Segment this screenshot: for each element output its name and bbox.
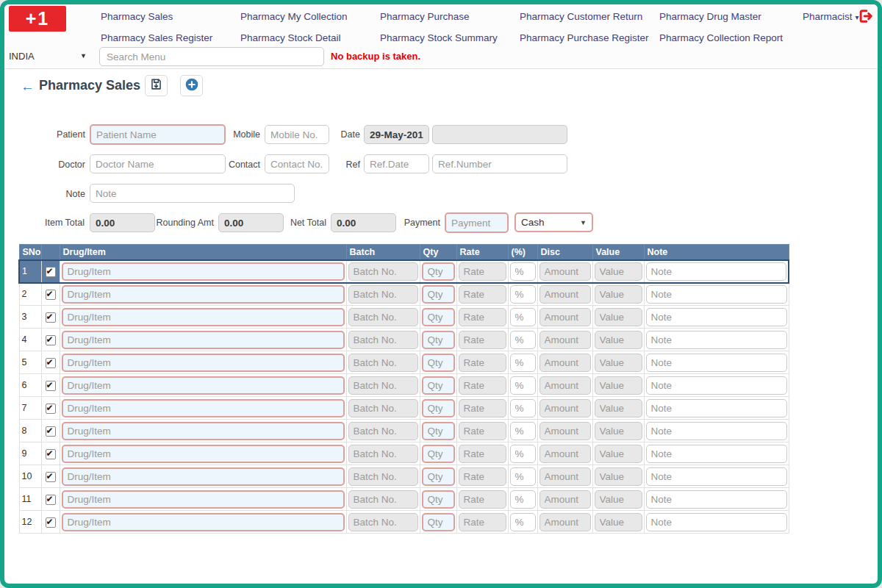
row-note-input[interactable] [646,445,787,463]
drug-item-input[interactable] [62,308,345,326]
drug-item-input[interactable] [62,262,345,281]
contact-input[interactable] [265,154,329,173]
discount-percent-input[interactable] [510,285,536,304]
batch-no-input [348,354,418,372]
page-title: Pharmacy Sales [39,78,140,93]
doctor-name-input[interactable] [90,154,226,173]
row-note-input[interactable] [646,262,787,281]
qty-input[interactable] [422,399,455,417]
value-input [595,354,642,372]
row-select-checkbox[interactable] [46,290,56,300]
discount-percent-input[interactable] [510,422,536,440]
save-button[interactable] [145,75,168,96]
drug-item-input[interactable] [62,331,345,349]
row-select-checkbox[interactable] [46,335,56,345]
sales-items-table: SNo Drug/Item Batch Qty Rate (%) Disc Va… [18,244,789,534]
add-new-button[interactable] [180,75,203,96]
discount-percent-input[interactable] [510,490,536,509]
qty-input[interactable] [422,285,455,304]
drug-item-input[interactable] [62,354,345,372]
drug-item-input[interactable] [62,513,345,531]
ref-date-input[interactable] [364,154,429,173]
qty-input[interactable] [422,262,455,281]
qty-input[interactable] [422,354,455,372]
mobile-input[interactable] [265,125,329,144]
drug-item-input[interactable] [62,399,345,417]
discount-percent-input[interactable] [510,308,536,326]
nav-pharmacy-purchase[interactable]: Pharmacy Purchase [380,7,470,26]
logout-icon[interactable] [858,8,874,24]
qty-input[interactable] [422,445,455,463]
nav-pharmacy-sales-register[interactable]: Pharmacy Sales Register [101,29,212,48]
discount-amount-input [539,308,591,326]
discount-percent-input[interactable] [510,331,536,349]
menu-search-input[interactable] [99,47,324,66]
discount-percent-input[interactable] [510,399,536,417]
ref-number-input[interactable] [432,154,567,173]
drug-item-input[interactable] [62,467,345,486]
drug-item-input[interactable] [62,445,345,463]
row-note-input[interactable] [646,399,787,417]
nav-pharmacy-purchase-register[interactable]: Pharmacy Purchase Register [520,29,649,48]
row-note-input[interactable] [646,331,787,349]
row-select-checkbox[interactable] [46,426,56,437]
back-arrow-icon[interactable]: ← [21,77,35,96]
country-select-value: INDIA [9,51,35,62]
row-select-checkbox[interactable] [46,381,56,391]
drug-item-input[interactable] [62,376,345,395]
discount-percent-input[interactable] [510,513,536,531]
discount-percent-input[interactable] [510,467,536,486]
qty-input[interactable] [422,422,455,440]
qty-input[interactable] [422,308,455,326]
nav-pharmacy-stock-detail[interactable]: Pharmacy Stock Detail [240,29,341,48]
row-note-input[interactable] [646,513,787,531]
row-select-checkbox[interactable] [46,449,56,459]
qty-input[interactable] [422,331,455,349]
sale-date-input [364,125,429,144]
row-select-checkbox[interactable] [46,472,56,482]
nav-pharmacy-collection-report[interactable]: Pharmacy Collection Report [659,29,783,48]
payment-input[interactable] [445,212,509,233]
qty-input[interactable] [422,467,455,486]
nav-pharmacy-drug-master[interactable]: Pharmacy Drug Master [659,7,761,26]
row-note-input[interactable] [646,354,787,372]
item-total-value [90,213,155,232]
row-select-checkbox[interactable] [46,404,56,414]
row-note-input[interactable] [646,422,787,440]
value-input [595,490,642,509]
patient-name-input[interactable] [90,124,226,145]
drug-item-input[interactable] [62,285,345,304]
table-row: 7 [19,397,789,420]
row-select-checkbox[interactable] [46,517,56,528]
user-menu-pharmacist[interactable]: Pharmacist▾ [803,7,859,26]
nav-pharmacy-customer-return[interactable]: Pharmacy Customer Return [520,7,642,26]
row-note-input[interactable] [646,308,787,326]
row-note-input[interactable] [646,490,787,509]
qty-input[interactable] [422,376,455,395]
discount-percent-input[interactable] [510,445,536,463]
drug-item-input[interactable] [62,422,345,440]
row-note-input[interactable] [646,285,787,304]
note-input[interactable] [90,184,295,203]
rate-input [459,376,506,395]
discount-percent-input[interactable] [510,262,536,281]
row-note-input[interactable] [646,376,787,395]
batch-no-input [348,331,418,349]
drug-item-input[interactable] [62,490,345,509]
row-note-input[interactable] [646,467,787,486]
nav-pharmacy-my-collection[interactable]: Pharmacy My Collection [240,7,348,26]
qty-input[interactable] [422,513,455,531]
row-select-checkbox[interactable] [46,267,56,277]
row-select-checkbox[interactable] [46,312,56,323]
nav-pharmacy-stock-summary[interactable]: Pharmacy Stock Summary [380,29,498,48]
payment-mode-select[interactable]: Cash ▼ [514,212,593,232]
rate-input [459,262,506,281]
nav-pharmacy-sales[interactable]: Pharmacy Sales [101,7,173,26]
item-total-label: Item Total [25,213,85,232]
row-select-checkbox[interactable] [46,358,56,368]
country-select[interactable]: INDIA ▼ [9,47,91,65]
row-select-checkbox[interactable] [46,495,56,505]
qty-input[interactable] [422,490,455,509]
discount-percent-input[interactable] [510,354,536,372]
discount-percent-input[interactable] [510,376,536,395]
